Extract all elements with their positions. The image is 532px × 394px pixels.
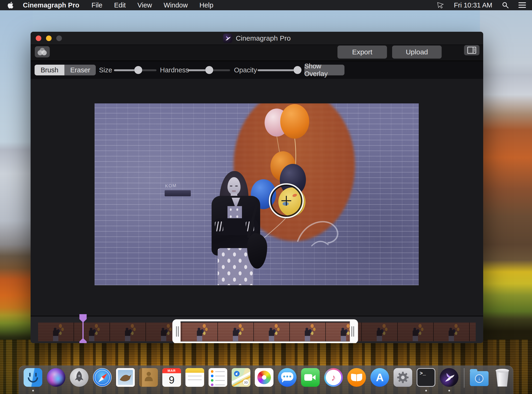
hardness-slider[interactable] [188, 65, 230, 75]
video-canvas[interactable]: KOM [94, 104, 419, 285]
size-slider-thumb[interactable] [134, 66, 142, 74]
terminal-running-indicator [425, 390, 427, 391]
reminders-icon [209, 368, 227, 387]
dock-facetime[interactable] [301, 368, 320, 387]
messages-bubble-icon [278, 368, 297, 387]
brush-tab[interactable]: Brush [35, 65, 64, 75]
dock-mail[interactable] [116, 368, 135, 387]
facetime-camera-icon [301, 368, 320, 387]
toolbar: Export Upload [31, 45, 483, 60]
downloads-folder-icon: ↓ [470, 371, 489, 386]
dock-safari[interactable] [93, 368, 112, 387]
menubar-app-name[interactable]: Cinemagraph Pro [23, 1, 79, 9]
toggle-sidebar-button[interactable] [464, 45, 480, 55]
dock-books[interactable] [347, 368, 366, 387]
menubar-clock[interactable]: Fri 10:31 AM [454, 1, 492, 9]
siri-icon [47, 368, 65, 387]
hardness-label: Hardness [160, 66, 189, 74]
dock-maps[interactable]: 3D [232, 368, 250, 387]
window-app-icon [223, 34, 232, 43]
calendar-icon: MAR 9 [162, 368, 181, 387]
contacts-book-icon [139, 368, 158, 387]
photos-flower-icon [255, 368, 273, 387]
menu-file[interactable]: File [92, 1, 103, 9]
brush-cursor[interactable] [269, 183, 304, 218]
dock-launchpad[interactable] [70, 368, 89, 387]
filters-button[interactable] [35, 46, 50, 57]
overlapping-circles-icon [38, 48, 47, 56]
dock-contacts[interactable] [139, 368, 158, 387]
maps-3d-badge: 3D [243, 379, 249, 385]
dock-itunes[interactable]: ♪ [324, 368, 343, 387]
jacket-cuff-left [215, 222, 223, 231]
dock-reminders[interactable] [209, 368, 227, 387]
mail-stamp-icon [116, 368, 135, 387]
trim-selection[interactable] [172, 319, 358, 343]
dock-cinemagraph-pro[interactable] [440, 368, 459, 387]
spotlight-search-icon[interactable] [502, 1, 509, 9]
menu-help[interactable]: Help [199, 1, 214, 9]
dock: MAR 9 3D ♪ [19, 366, 513, 394]
notes-icon [185, 368, 204, 387]
dock-photos[interactable] [255, 368, 273, 387]
dock-terminal[interactable]: >_ [417, 368, 435, 387]
dock-calendar[interactable]: MAR 9 [162, 368, 181, 387]
apple-menu-icon[interactable] [7, 1, 14, 9]
launchpad-rocket-icon [70, 368, 89, 387]
dock-trash[interactable] [493, 368, 512, 387]
calendar-month: MAR [162, 368, 181, 373]
tool-segmented-control: Brush Eraser [35, 65, 96, 75]
eraser-tab[interactable]: Eraser [64, 65, 96, 75]
itunes-icon: ♪ [324, 368, 343, 387]
window-title: Cinemagraph Pro [236, 34, 291, 42]
timeline [31, 316, 483, 343]
cinemagraph-pro-window: Cinemagraph Pro Export Upload Brush Eras… [31, 32, 483, 343]
wallpaper-left-mountain [0, 0, 33, 394]
zoom-button-disabled [56, 36, 62, 41]
menu-window[interactable]: Window [164, 1, 188, 9]
notification-center-icon[interactable] [518, 1, 526, 9]
calendar-day: 9 [162, 373, 181, 387]
minimize-button[interactable] [46, 36, 52, 41]
opacity-label: Opacity [234, 66, 257, 74]
window-titlebar[interactable]: Cinemagraph Pro [31, 32, 483, 45]
dock-system-preferences[interactable] [393, 368, 412, 387]
dock-finder[interactable] [24, 368, 42, 387]
opacity-slider-thumb[interactable] [294, 66, 302, 74]
export-button[interactable]: Export [338, 46, 387, 59]
maps-icon: 3D [232, 368, 250, 387]
wallpaper-right-mountain [480, 0, 532, 394]
timeline-dim-right [358, 323, 476, 341]
dock-app-store[interactable]: A [370, 368, 389, 387]
show-overlay-button[interactable]: Show Overlay [304, 65, 344, 75]
trim-handle-left[interactable] [174, 321, 181, 342]
opacity-slider[interactable] [258, 65, 300, 75]
dock-notes[interactable] [185, 368, 204, 387]
size-slider[interactable] [114, 65, 156, 75]
graffiti-scribble [293, 213, 349, 250]
orange-balloon-top [280, 104, 309, 139]
cinemagraph-running-indicator [449, 390, 450, 391]
trim-handle-right[interactable] [350, 321, 356, 342]
upload-button[interactable]: Upload [392, 46, 442, 59]
dock-downloads[interactable]: ↓ [470, 368, 489, 387]
close-button[interactable] [36, 36, 41, 41]
app-store-icon: A [370, 368, 389, 387]
gear-icon [393, 368, 412, 387]
canvas-area: KOM [31, 79, 483, 316]
opacity-slider-fill [258, 69, 297, 71]
size-label: Size [99, 66, 112, 74]
dock-siri[interactable] [47, 368, 65, 387]
menu-bar: Cinemagraph Pro File Edit View Window He… [0, 0, 532, 10]
safari-compass-icon [93, 368, 112, 387]
menu-view[interactable]: View [137, 1, 152, 9]
dock-messages[interactable] [278, 368, 297, 387]
finder-icon [24, 368, 42, 387]
menu-edit[interactable]: Edit [114, 1, 126, 9]
woman-figure [210, 171, 264, 285]
hardness-slider-thumb[interactable] [205, 66, 213, 74]
trash-icon [495, 369, 510, 387]
brush-tool-row: Brush Eraser Size Hardness Opacity Show … [31, 61, 483, 78]
hummingbird-icon [440, 368, 459, 387]
books-icon [347, 368, 366, 387]
